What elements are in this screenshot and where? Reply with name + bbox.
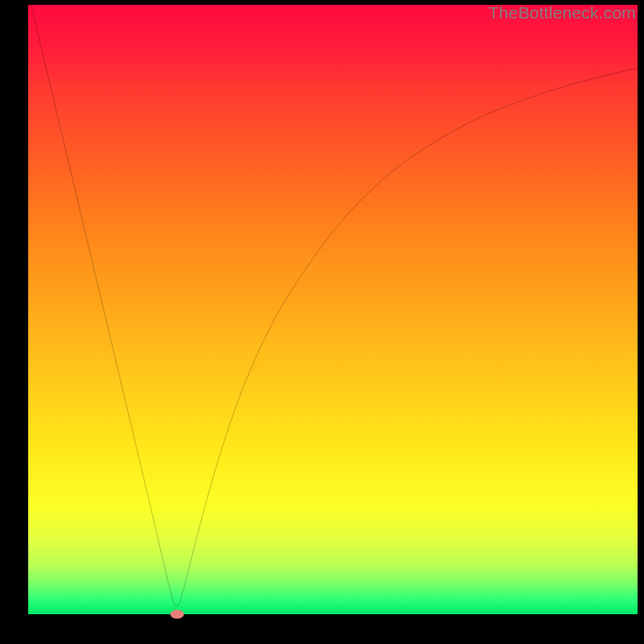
chart-frame: TheBottleneck.com bbox=[0, 0, 644, 644]
plot-area bbox=[28, 5, 638, 614]
bottleneck-curve bbox=[28, 5, 638, 614]
min-point-marker bbox=[170, 610, 184, 619]
watermark-text: TheBottleneck.com bbox=[489, 3, 636, 23]
